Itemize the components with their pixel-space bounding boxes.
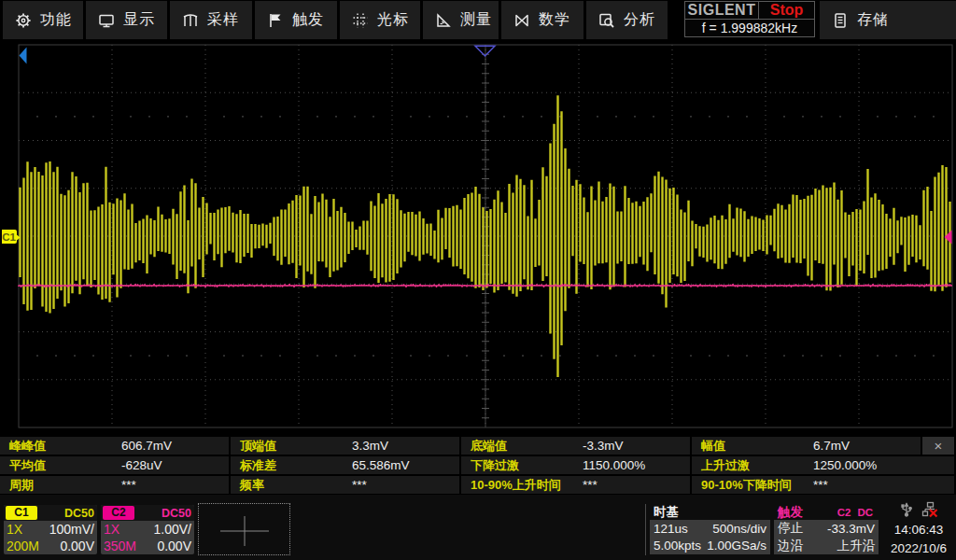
chhead: C1DC50 xyxy=(4,505,97,521)
rect xyxy=(653,116,654,117)
rect xyxy=(923,511,928,516)
timebase-box[interactable]: 时基121us500ns/div5.00kpts1.00GSa/s xyxy=(650,505,770,554)
rect xyxy=(746,116,747,117)
ibrow: 边沿上升沿 xyxy=(778,538,875,555)
channel-offset: 0.00V xyxy=(60,539,94,553)
wave-preview-box xyxy=(198,503,290,555)
channel-name-badge: C2 xyxy=(103,506,134,520)
channel-coupling: DC50 xyxy=(162,507,191,520)
channel-bandwidth: 200M xyxy=(7,539,39,553)
rect xyxy=(100,15,113,24)
run-state-indicator[interactable]: Stop xyxy=(759,2,814,19)
menu-item-1[interactable]: 功能 xyxy=(3,1,83,39)
menu-item-5[interactable]: 光标 xyxy=(340,1,420,39)
div: 功能显示采样触发光标测量数学分析SIGLENTStopf = 1.999882k… xyxy=(0,0,956,560)
svg xyxy=(513,12,530,29)
rect xyxy=(802,116,803,117)
menu-item-label: 触发 xyxy=(292,10,324,30)
timebase-title: 时基 xyxy=(654,504,679,521)
rect xyxy=(466,355,467,356)
menu-item-7[interactable]: 数学 xyxy=(501,1,583,39)
chhead: C2DC50 xyxy=(101,505,194,521)
rect xyxy=(895,355,896,356)
measurement-cell: 10-90%上升时间*** xyxy=(461,476,690,494)
channel-scale: 1.00V/ xyxy=(154,522,191,537)
rect xyxy=(373,116,373,117)
rect xyxy=(92,116,93,117)
rect xyxy=(783,116,784,117)
svg xyxy=(267,12,284,29)
measurement-cell: 周期*** xyxy=(0,476,229,494)
circle xyxy=(19,15,28,24)
menu-item-3[interactable]: 采样 xyxy=(170,1,252,39)
trigger-title: 触发 xyxy=(778,504,803,521)
measurement-value: 606.7mV xyxy=(121,437,172,455)
rect xyxy=(914,355,915,356)
rect xyxy=(316,355,317,356)
chrow: 1X100mV/ xyxy=(4,521,97,538)
channel-scale: 100mV/ xyxy=(49,522,94,537)
measurement-label: 上升过激 xyxy=(701,456,750,474)
rect xyxy=(615,116,616,117)
rect xyxy=(839,116,840,117)
circle xyxy=(909,507,912,510)
line xyxy=(27,15,29,17)
measurement-label: 频率 xyxy=(240,476,264,494)
rect xyxy=(223,116,224,117)
chrow: 200M0.00V xyxy=(4,538,97,554)
status-bar: C1DC501X100mV/200M0.00VC2DC501X1.00V/350… xyxy=(0,495,956,560)
line xyxy=(19,23,21,25)
measurement-label: 标准差 xyxy=(240,456,276,474)
rect xyxy=(559,355,560,356)
rect xyxy=(709,116,710,117)
menu-item-4[interactable]: 触发 xyxy=(255,1,337,39)
channel-box-c2[interactable]: C2DC501X1.00V/350M0.00V xyxy=(101,505,194,554)
path xyxy=(906,504,908,507)
gear-icon xyxy=(15,12,32,29)
measurement-label: 平均值 xyxy=(9,456,46,474)
line xyxy=(443,21,444,23)
measurement-value: 1250.000% xyxy=(813,456,877,474)
trigger-box[interactable]: 触发C2DC停止-33.3mV边沿上升沿 xyxy=(774,505,879,554)
rect xyxy=(466,116,467,117)
ibhead: 时基 xyxy=(650,505,770,520)
menu-item-6[interactable]: 测量 xyxy=(423,1,499,39)
menu-item-label: 光标 xyxy=(377,10,409,30)
trigger-coupling-badge: DC xyxy=(855,507,875,518)
menu-item-label: 分析 xyxy=(624,10,655,30)
menu-item-storage[interactable]: 存储 xyxy=(820,1,956,39)
svg xyxy=(182,12,199,29)
menu-item-2[interactable]: 显示 xyxy=(86,1,167,39)
measurement-label: 周期 xyxy=(9,476,34,494)
rect xyxy=(279,116,280,117)
rect xyxy=(746,355,747,356)
measurement-label: 10-90%上升时间 xyxy=(471,476,561,494)
svg xyxy=(832,12,849,29)
measurement-row: 平均值-628uV标准差65.586mV下降过激1150.000%上升过激125… xyxy=(0,456,956,474)
network-disconnected-icon xyxy=(921,501,938,518)
circle xyxy=(21,19,24,21)
measurement-label: 下降过激 xyxy=(471,456,519,474)
circle xyxy=(906,513,908,516)
rect xyxy=(877,355,878,356)
trigger-type: 边沿 xyxy=(778,538,803,554)
rect xyxy=(615,355,616,356)
storage-icon xyxy=(832,12,849,29)
trigger-state: 停止 xyxy=(778,520,803,537)
close-measure-button[interactable]: × xyxy=(922,437,954,455)
lrow: SIGLENTStop xyxy=(685,2,814,20)
channel-box-c1[interactable]: C1DC501X100mV/200M0.00V xyxy=(4,505,97,554)
path xyxy=(516,15,522,25)
rect xyxy=(36,116,37,117)
rect xyxy=(877,116,878,117)
rect xyxy=(186,116,187,117)
siglent-logo: SIGLENT xyxy=(685,2,759,19)
menu-item-8[interactable]: 分析 xyxy=(586,1,668,39)
trigger-source-badge: C2 xyxy=(836,507,853,518)
measurement-cell: 频率*** xyxy=(231,476,459,494)
rect xyxy=(709,355,710,356)
rect xyxy=(653,355,654,356)
math-icon xyxy=(513,12,530,29)
rect xyxy=(447,355,448,356)
timebase-sample-rate: 1.00GSa/s xyxy=(707,539,766,553)
